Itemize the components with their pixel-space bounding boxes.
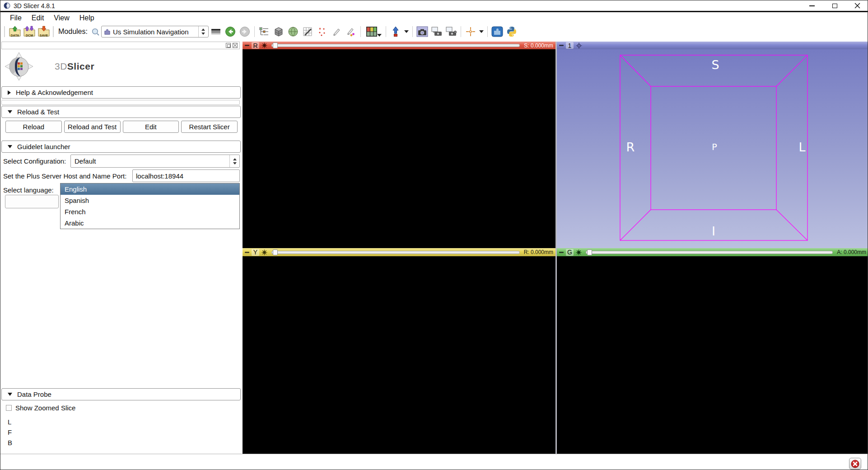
view-options-gear-icon[interactable]: [576, 42, 582, 49]
reload-and-test-button[interactable]: Reload and Test: [64, 121, 121, 133]
red-slice-offset-readout: S: 0.000mm: [524, 42, 553, 49]
load-dicom-button[interactable]: DCM: [22, 25, 37, 38]
green-slice-label[interactable]: G: [566, 249, 574, 256]
crosshair-dropdown-icon[interactable]: [479, 30, 484, 33]
select-language-label: Select language:: [3, 186, 54, 194]
yellow-slice-view[interactable]: [243, 256, 555, 454]
menu-bar: File Edit View Help: [0, 12, 868, 24]
configuration-combobox[interactable]: Default: [70, 155, 240, 168]
scene-view-restore-icon: [445, 26, 457, 37]
language-option-arabic[interactable]: Arabic: [61, 217, 239, 229]
layout-selector-button[interactable]: [363, 25, 380, 38]
section-title: Guidelet launcher: [17, 143, 70, 150]
slider-handle[interactable]: [273, 249, 278, 255]
collapse-controller-icon[interactable]: [245, 45, 249, 46]
language-option-french[interactable]: French: [61, 206, 239, 217]
markups-module-button[interactable]: [315, 25, 329, 38]
app-icon: [4, 2, 10, 9]
close-button[interactable]: [852, 2, 862, 10]
threeD-view-label[interactable]: 1: [566, 42, 574, 49]
guidelet-launcher-section[interactable]: Guidelet launcher: [1, 141, 241, 153]
module-selector-spinner[interactable]: [198, 26, 208, 37]
data-module-button[interactable]: [257, 25, 271, 38]
probe-row-f: F: [8, 428, 12, 436]
restart-slicer-button[interactable]: Restart Slicer: [181, 121, 238, 133]
collapse-controller-icon[interactable]: [559, 252, 564, 253]
slider-handle[interactable]: [273, 42, 278, 48]
module-back-button[interactable]: [223, 25, 238, 38]
menu-help[interactable]: Help: [75, 13, 99, 23]
help-acknowledgement-section[interactable]: Help & Acknowledgement: [1, 86, 241, 99]
slice-link-pin-icon[interactable]: [261, 42, 267, 48]
launch-button[interactable]: [5, 195, 59, 208]
status-bar: [0, 454, 868, 470]
module-selector[interactable]: Us Simulation Navigation: [101, 26, 209, 38]
reload-test-section[interactable]: Reload & Test: [1, 106, 241, 118]
language-option-english[interactable]: English: [61, 183, 239, 195]
volumes-module-button[interactable]: [271, 25, 286, 38]
module-search-button[interactable]: [90, 25, 101, 38]
collapse-controller-icon[interactable]: [245, 252, 249, 253]
language-option-spanish[interactable]: Spanish: [61, 195, 239, 206]
data-probe-section[interactable]: Data Probe: [1, 388, 241, 400]
yellow-slice-controller: Y R: 0.000mm: [243, 248, 555, 256]
load-data-button[interactable]: DATA: [8, 25, 22, 38]
forward-arrow-icon: [239, 26, 250, 37]
slicer-logo-text: 3DSlicer: [55, 61, 94, 72]
back-arrow-icon: [225, 26, 236, 37]
expand-icon: [8, 90, 11, 95]
edit-button[interactable]: Edit: [123, 121, 179, 133]
editor-module-button[interactable]: [329, 25, 344, 38]
toolbar-drag-handle[interactable]: [53, 26, 55, 37]
toolbar-drag-handle[interactable]: [4, 26, 6, 37]
slider-handle[interactable]: [587, 249, 592, 255]
probe-row-b: B: [8, 439, 12, 446]
python-console-button[interactable]: [504, 25, 519, 38]
extensions-manager-button[interactable]: [490, 25, 504, 38]
minimize-icon: [809, 5, 815, 6]
panel-undock-icon[interactable]: [226, 43, 231, 48]
module-history-button[interactable]: [209, 25, 223, 38]
reload-button[interactable]: Reload: [5, 121, 62, 133]
yellow-slice-offset-slider[interactable]: [271, 251, 520, 254]
models-module-icon: [288, 26, 299, 37]
module-history-icon: [211, 28, 221, 35]
yellow-slice-label[interactable]: Y: [252, 249, 259, 256]
save-scene-button[interactable]: SAVE: [37, 25, 51, 38]
error-log-icon: [851, 460, 859, 468]
menu-edit[interactable]: Edit: [27, 13, 49, 23]
red-slice-label[interactable]: R: [252, 42, 259, 49]
collapse-controller-icon[interactable]: [559, 45, 564, 46]
plus-server-input[interactable]: localhost:18944: [132, 169, 240, 182]
screenshot-button[interactable]: [415, 25, 429, 38]
scene-view-capture-button[interactable]: [429, 25, 444, 38]
crosshair-icon: [466, 27, 476, 37]
mouse-mode-button[interactable]: [388, 25, 403, 38]
probe-row-l: L: [8, 418, 11, 426]
models-module-button[interactable]: [286, 25, 300, 38]
red-slice-offset-slider[interactable]: [271, 44, 520, 47]
slice-link-pin-icon[interactable]: [261, 249, 267, 255]
module-puzzle-icon: [104, 28, 111, 35]
configuration-spinner[interactable]: [229, 155, 239, 167]
scene-view-restore-button[interactable]: [444, 25, 458, 38]
threeD-view[interactable]: S R P L I: [557, 49, 868, 248]
python-icon: [506, 26, 517, 37]
green-slice-view[interactable]: [557, 256, 868, 454]
menu-view[interactable]: View: [49, 13, 74, 23]
error-log-button[interactable]: [849, 458, 861, 470]
module-forward-button[interactable]: [238, 25, 252, 38]
menu-file[interactable]: File: [5, 13, 27, 23]
slice-link-pin-icon[interactable]: [576, 249, 582, 255]
mouse-mode-dropdown-icon[interactable]: [404, 30, 409, 33]
transforms-module-button[interactable]: [300, 25, 315, 38]
green-slice-offset-slider[interactable]: [586, 251, 833, 254]
minimize-button[interactable]: [807, 2, 817, 10]
panel-close-icon[interactable]: [233, 43, 238, 48]
restore-button[interactable]: [830, 2, 840, 10]
segment-editor-module-button[interactable]: [344, 25, 358, 38]
red-slice-view[interactable]: [243, 49, 555, 248]
crosshair-button[interactable]: [463, 25, 478, 38]
show-zoomed-slice-checkbox[interactable]: [6, 405, 12, 411]
red-slice-controller: R S: 0.000mm: [243, 42, 555, 49]
